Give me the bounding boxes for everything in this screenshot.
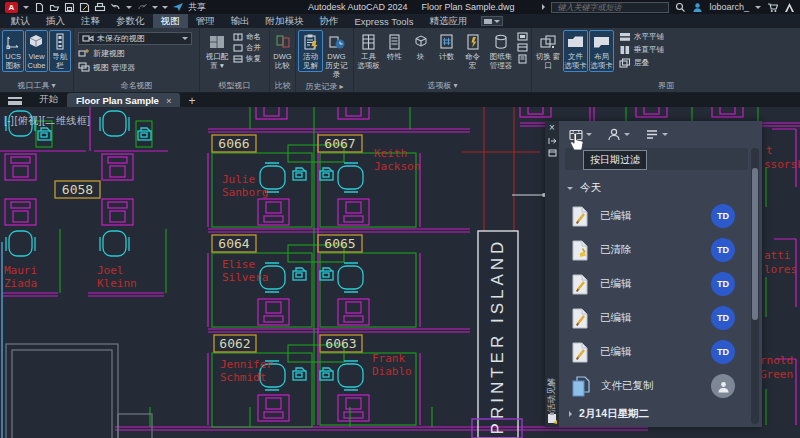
tab-floor-plan-sample[interactable]: Floor Plan Sample ×: [67, 93, 180, 108]
undo-icon[interactable]: [110, 2, 122, 12]
palette-close-button[interactable]: ×: [549, 123, 555, 133]
activity-row-1[interactable]: 已编辑 TD: [559, 199, 762, 233]
palette-extra-icon-3[interactable]: [517, 54, 529, 64]
user-avatar-td[interactable]: TD: [711, 306, 735, 330]
filter-by-type-button[interactable]: [645, 128, 668, 141]
activity-insights-button[interactable]: 活动 见解: [298, 30, 323, 72]
tab-addins[interactable]: 附加模块: [258, 14, 312, 29]
panel-title-interface[interactable]: 界面: [532, 80, 800, 92]
tab-parametric[interactable]: 参数化: [108, 14, 153, 29]
filter-by-user-button[interactable]: [607, 128, 630, 141]
tab-express-tools[interactable]: Express Tools: [347, 15, 422, 28]
tab-home[interactable]: 默认: [3, 14, 38, 29]
redo-icon[interactable]: [136, 2, 148, 12]
palette-autohide-icon[interactable]: [548, 137, 557, 145]
join-viewports-button[interactable]: 合并: [233, 43, 261, 53]
tab-output[interactable]: 输出: [223, 14, 258, 29]
search-input[interactable]: [555, 2, 665, 13]
tab-annotate[interactable]: 注释: [73, 14, 108, 29]
activity-row-5[interactable]: 已编辑 TD: [559, 335, 762, 369]
panel-title-compare[interactable]: 比较: [270, 80, 295, 92]
panel-title-model-viewports[interactable]: 模型视口: [200, 80, 269, 92]
viewport-controls-label[interactable]: [-][俯视][二维线框]: [4, 114, 91, 128]
tab-manage[interactable]: 管理: [188, 14, 223, 29]
new-file-icon[interactable]: [34, 2, 45, 13]
section-today[interactable]: 今天: [559, 176, 762, 199]
save-as-icon[interactable]: [79, 2, 90, 13]
open-file-icon[interactable]: [49, 2, 60, 13]
date-group-feb14[interactable]: 2月14日星期二: [559, 403, 762, 425]
command-macros-button[interactable]: 命令 宏: [460, 30, 485, 72]
user-avatar-generic[interactable]: [711, 374, 735, 398]
tab-insert[interactable]: 插入: [38, 14, 73, 29]
share-icon[interactable]: [172, 2, 184, 12]
user-avatar-td[interactable]: TD: [711, 238, 735, 262]
palette-scrollbar[interactable]: [751, 148, 759, 424]
tile-horizontally-button[interactable]: 水平平铺: [619, 32, 664, 42]
plot-icon[interactable]: [94, 2, 106, 13]
date-group-feb5[interactable]: 2月5日星期日: [559, 425, 762, 427]
activity-row-4[interactable]: 已编辑 TD: [559, 301, 762, 335]
properties-button[interactable]: 特性: [382, 30, 407, 63]
view-manager-button[interactable]: 视图 管理器: [78, 61, 192, 73]
tab-start[interactable]: 开始: [30, 91, 67, 108]
share-label[interactable]: 共享: [188, 1, 206, 14]
tile-vertically-button[interactable]: 垂直平铺: [619, 45, 664, 55]
signed-in-user[interactable]: loboarch_: [709, 2, 749, 12]
user-icon[interactable]: [692, 2, 703, 13]
new-drawing-tab-button[interactable]: +: [188, 95, 195, 107]
switch-windows-button[interactable]: 切换 窗口: [534, 30, 562, 72]
ucs-icon-button[interactable]: UCS 图标: [2, 30, 24, 72]
app-store-cart-icon[interactable]: [767, 2, 778, 13]
palette-properties-icon[interactable]: [548, 149, 557, 157]
sheet-set-manager-button[interactable]: 图纸集 管理器: [486, 30, 516, 72]
tab-view[interactable]: 视图: [153, 14, 188, 29]
qat-customize-caret-icon[interactable]: [162, 6, 168, 9]
autodesk-icon[interactable]: [784, 2, 795, 13]
panel-title-history[interactable]: 历史记录 ▸: [296, 81, 353, 92]
count-button[interactable]: 计数: [434, 30, 459, 63]
layout-tabs-toggle-button[interactable]: 布局 选项卡: [589, 30, 614, 72]
named-viewports-button[interactable]: 命名: [233, 32, 261, 42]
activity-row-2[interactable]: 已清除 TD: [559, 233, 762, 267]
tool-palettes-button[interactable]: 工具 选项板: [356, 30, 381, 72]
user-menu-caret-icon[interactable]: [755, 6, 761, 9]
user-avatar-td[interactable]: TD: [711, 340, 735, 364]
view-cube-button[interactable]: View Cube: [25, 30, 47, 72]
save-icon[interactable]: [64, 2, 75, 13]
search-collapse-icon[interactable]: [542, 4, 545, 10]
close-file-tab-icon[interactable]: ×: [166, 95, 172, 106]
tab-collaborate[interactable]: 协作: [312, 14, 347, 29]
app-menu-caret-icon[interactable]: [23, 6, 29, 9]
file-tabs-toggle-button[interactable]: 文件 选项卡: [563, 30, 588, 72]
cascade-button[interactable]: 层叠: [619, 58, 664, 68]
panel-title-named-views[interactable]: 命名视图: [74, 80, 199, 92]
activity-row-6[interactable]: 文件已复制: [559, 369, 762, 403]
file-tab-menu-icon[interactable]: [8, 97, 22, 105]
dwg-history-button[interactable]: DWG 历史记录: [324, 30, 349, 81]
camera-icon: [82, 34, 94, 43]
blocks-palette-button[interactable]: 块: [408, 30, 433, 63]
search-icon[interactable]: [675, 2, 686, 13]
new-view-button[interactable]: 新建视图: [78, 47, 192, 59]
panel-title-palettes[interactable]: 选项板 ▾: [354, 80, 531, 92]
user-avatar-td[interactable]: TD: [711, 272, 735, 296]
palette-extra-icon-2[interactable]: [517, 43, 529, 53]
palette-extra-icon-1[interactable]: [517, 32, 529, 42]
model-space-canvas[interactable]: [-][俯视][二维线框]: [0, 107, 800, 438]
activity-row-3[interactable]: 已编辑 TD: [559, 267, 762, 301]
redo-caret-icon[interactable]: [152, 6, 158, 9]
help-search-box[interactable]: [551, 2, 669, 13]
view-dropdown[interactable]: 未保存的视图: [78, 32, 192, 45]
viewport-config-button[interactable]: 视口配置 ▾: [202, 30, 232, 72]
restore-viewports-button[interactable]: 恢复: [233, 54, 261, 64]
activity-label: 已编辑: [600, 209, 700, 223]
navigation-bar-button[interactable]: 导航栏: [49, 30, 71, 72]
user-avatar-td[interactable]: TD: [711, 204, 735, 228]
undo-caret-icon[interactable]: [126, 6, 132, 9]
app-menu-button[interactable]: A: [5, 2, 18, 13]
tab-featured-apps[interactable]: 精选应用: [421, 14, 475, 29]
scrollbar-thumb[interactable]: [752, 168, 758, 320]
dwg-compare-button[interactable]: DWG 比较: [272, 30, 293, 72]
ribbon-display-toggle[interactable]: [481, 16, 503, 26]
